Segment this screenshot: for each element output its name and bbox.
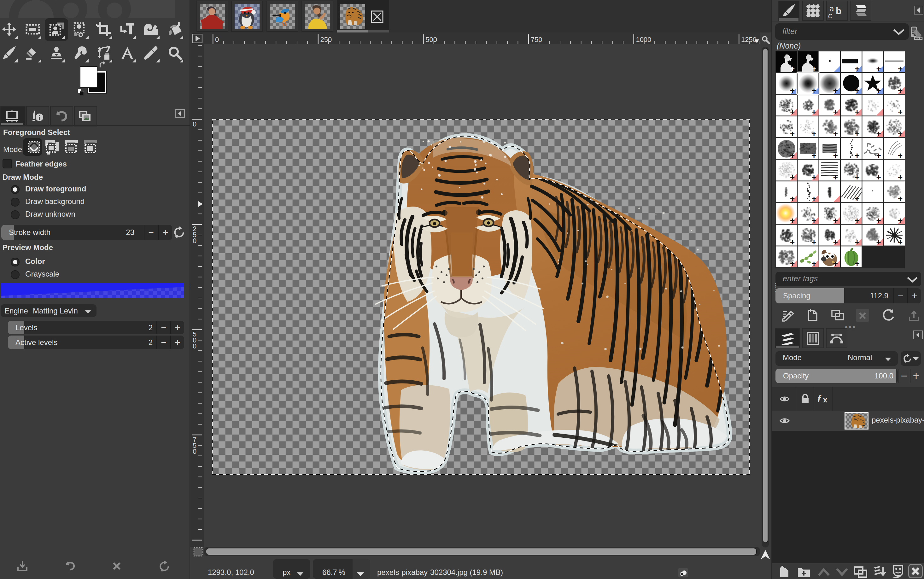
svg-text:+: + (877, 237, 881, 247)
svg-text:0: 0 (215, 36, 219, 44)
svg-text:+: + (898, 194, 903, 203)
svg-text:+: + (811, 129, 816, 139)
svg-text:+: + (898, 151, 903, 160)
svg-text:+: + (877, 216, 881, 225)
svg-text:+: + (811, 194, 816, 203)
svg-text:+: + (790, 129, 795, 139)
svg-text:+: + (833, 151, 838, 160)
svg-text:+: + (811, 237, 816, 247)
svg-text:500: 500 (425, 36, 437, 44)
svg-text:+: + (833, 237, 838, 247)
svg-text:+: + (877, 129, 881, 139)
svg-text:750: 750 (531, 36, 543, 44)
svg-text:+: + (833, 129, 838, 139)
svg-text:+: + (811, 216, 816, 225)
svg-text:+: + (855, 151, 859, 160)
svg-text:+: + (855, 216, 859, 225)
svg-text:1000: 1000 (636, 36, 651, 44)
svg-text:+: + (790, 86, 795, 95)
svg-text:+: + (898, 64, 903, 74)
svg-text:+: + (790, 216, 795, 225)
svg-text:+: + (790, 172, 795, 182)
svg-text:+: + (855, 237, 859, 247)
svg-text:+: + (790, 107, 795, 117)
svg-text:+: + (855, 129, 859, 139)
svg-text:1250: 1250 (741, 36, 757, 44)
svg-text:+: + (811, 86, 816, 95)
svg-text:+: + (855, 194, 859, 203)
svg-text:+: + (898, 216, 903, 225)
svg-text:250: 250 (321, 36, 332, 44)
svg-text:+: + (833, 216, 838, 225)
svg-text:+: + (790, 194, 795, 203)
svg-text:+: + (790, 64, 795, 74)
svg-text:+: + (898, 129, 903, 139)
svg-text:+: + (898, 86, 903, 95)
svg-text:+: + (877, 172, 881, 182)
svg-text:+: + (833, 107, 838, 117)
svg-text:+: + (877, 86, 881, 95)
svg-text:+: + (833, 86, 838, 95)
svg-text:+: + (855, 259, 859, 268)
svg-text:+: + (833, 259, 838, 268)
svg-text:+: + (877, 151, 881, 160)
svg-text:+: + (790, 259, 795, 268)
svg-text:+: + (811, 259, 816, 268)
svg-text:+: + (811, 172, 816, 182)
svg-text:+: + (898, 237, 903, 247)
svg-text:+: + (855, 107, 859, 117)
svg-text:+: + (833, 172, 838, 182)
svg-text:+: + (898, 107, 903, 117)
svg-text:+: + (811, 107, 816, 117)
svg-text:+: + (855, 64, 859, 74)
svg-text:+: + (790, 237, 795, 247)
svg-text:+: + (811, 151, 816, 160)
svg-text:+: + (855, 172, 859, 182)
svg-text:+: + (790, 151, 795, 160)
svg-text:+: + (855, 86, 859, 95)
svg-text:+: + (877, 64, 881, 74)
svg-text:+: + (898, 172, 903, 182)
